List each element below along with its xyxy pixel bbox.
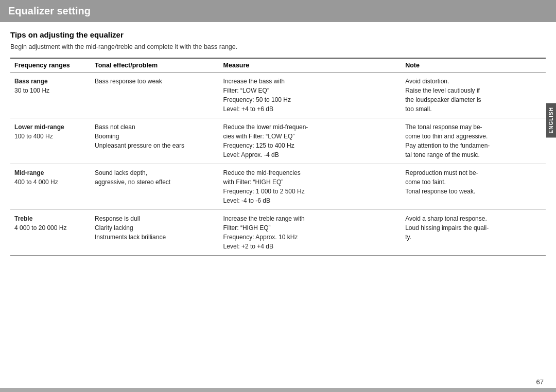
page-number: 67 [536,378,544,386]
cell-tonal-0: Bass response too weak [91,73,219,118]
cell-note-1: The tonal response may be- come too thin… [401,118,546,164]
cell-freq-1: Lower mid-range100 to 400 Hz [10,118,91,164]
freq-label-0: Bass range [14,78,48,85]
freq-hz-1: 100 to 400 Hz [14,133,53,140]
col-header-tonal: Tonal effect/problem [91,58,219,73]
freq-label-3: Treble [14,215,32,222]
cell-tonal-3: Response is dull Clarity lacking Instrum… [91,210,219,256]
freq-label-1: Lower mid-range [14,123,64,131]
cell-tonal-2: Sound lacks depth, aggressive, no stereo… [91,164,219,210]
freq-hz-0: 30 to 100 Hz [14,87,49,94]
col-header-measure: Measure [219,58,402,73]
col-header-freq: Frequency ranges [10,58,91,73]
cell-tonal-1: Bass not clean Booming Unpleasant pressu… [91,118,219,164]
table-row: Lower mid-range100 to 400 HzBass not cle… [10,118,546,164]
cell-freq-3: Treble4 000 to 20 000 Hz [10,210,91,256]
freq-hz-2: 400 to 4 000 Hz [14,179,58,186]
table-row: Treble4 000 to 20 000 HzResponse is dull… [10,210,546,256]
cell-note-2: Reproduction must not be- come too faint… [401,164,546,210]
section-title: Tips on adjusting the equalizer [10,30,546,39]
bottom-bar [0,388,556,392]
page-title: Equalizer setting [8,5,91,17]
cell-measure-3: Increase the treble range with Filter: “… [219,210,402,256]
cell-freq-0: Bass range30 to 100 Hz [10,73,91,118]
freq-hz-3: 4 000 to 20 000 Hz [14,224,66,231]
cell-measure-0: Increase the bass with Filter: “LOW EQ” … [219,73,402,118]
table-row: Mid-range400 to 4 000 HzSound lacks dept… [10,164,546,210]
cell-measure-1: Reduce the lower mid-frequen- cies with … [219,118,402,164]
main-content: Tips on adjusting the equalizer Begin ad… [0,22,556,264]
cell-note-0: Avoid distortion. Raise the level cautio… [401,73,546,118]
cell-freq-2: Mid-range400 to 4 000 Hz [10,164,91,210]
cell-note-3: Avoid a sharp tonal response. Loud hissi… [401,210,546,256]
cell-measure-2: Reduce the mid-frequencies with Filter: … [219,164,402,210]
table-header-row: Frequency ranges Tonal effect/problem Me… [10,58,546,73]
table-row: Bass range30 to 100 HzBass response too … [10,73,546,118]
col-header-note: Note [401,58,546,73]
header-bar: Equalizer setting [0,0,556,22]
equalizer-table: Frequency ranges Tonal effect/problem Me… [10,58,546,256]
freq-label-2: Mid-range [14,169,44,176]
page-container: Equalizer setting ENGLISH Tips on adjust… [0,0,556,392]
intro-text: Begin adjustment with the mid-range/treb… [10,43,546,50]
